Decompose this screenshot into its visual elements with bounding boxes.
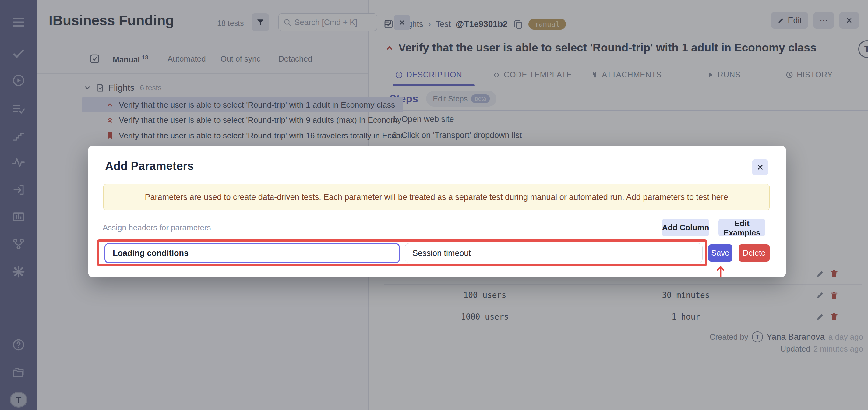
app-root: T IBusiness Funding 18 tests Manual18 Au… — [0, 0, 868, 410]
param-header-input-2[interactable] — [405, 243, 703, 263]
add-parameters-modal: Add Parameters Parameters are used to cr… — [88, 146, 786, 277]
add-column-button[interactable]: Add Column — [662, 219, 709, 236]
assign-headers-label: Assign headers for parameters — [103, 223, 211, 232]
save-button[interactable]: Save — [708, 244, 733, 262]
modal-title: Add Parameters — [105, 160, 194, 173]
modal-close-button[interactable] — [752, 159, 768, 176]
info-text: Parameters are used to create data-drive… — [145, 192, 728, 202]
edit-examples-button[interactable]: Edit Examples — [718, 219, 765, 236]
info-banner: Parameters are used to create data-drive… — [103, 184, 770, 210]
delete-button[interactable]: Delete — [739, 244, 770, 262]
close-icon — [756, 163, 764, 171]
param-header-input-1[interactable] — [104, 243, 400, 263]
